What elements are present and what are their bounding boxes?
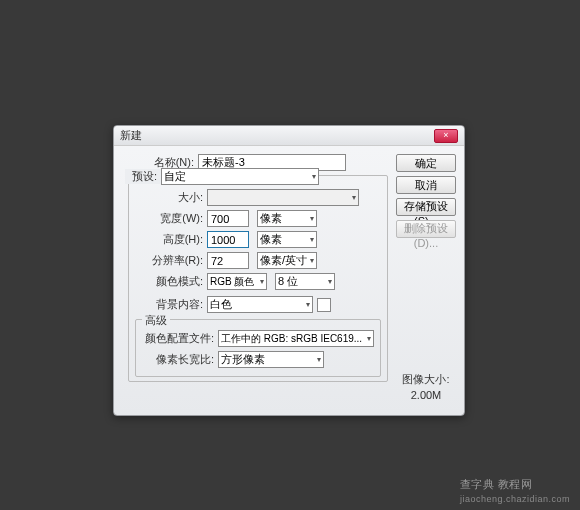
pixel-aspect-label: 像素长宽比: bbox=[142, 352, 218, 367]
size-label: 大小: bbox=[135, 190, 207, 205]
height-label: 高度(H): bbox=[135, 232, 207, 247]
height-input[interactable] bbox=[207, 231, 249, 248]
background-swatch[interactable] bbox=[317, 298, 331, 312]
resolution-input[interactable] bbox=[207, 252, 249, 269]
chevron-down-icon: ▾ bbox=[310, 214, 314, 223]
chevron-down-icon: ▾ bbox=[328, 277, 332, 286]
image-size-info: 图像大小: 2.00M bbox=[396, 372, 456, 403]
advanced-fieldset: 高级 颜色配置文件: 工作中的 RGB: sRGB IEC619...▾ 像素长… bbox=[135, 319, 381, 377]
delete-preset-button: 删除预设(D)... bbox=[396, 220, 456, 238]
titlebar[interactable]: 新建 × bbox=[114, 126, 464, 146]
resolution-unit-select[interactable]: 像素/英寸▾ bbox=[257, 252, 317, 269]
dialog-title: 新建 bbox=[120, 128, 434, 143]
background-label: 背景内容: bbox=[135, 297, 207, 312]
width-input[interactable] bbox=[207, 210, 249, 227]
advanced-legend: 高级 bbox=[142, 313, 170, 328]
size-select: ▾ bbox=[207, 189, 359, 206]
chevron-down-icon: ▾ bbox=[317, 355, 321, 364]
color-profile-label: 颜色配置文件: bbox=[142, 331, 218, 346]
width-label: 宽度(W): bbox=[135, 211, 207, 226]
chevron-down-icon: ▾ bbox=[352, 193, 356, 202]
pixel-aspect-select[interactable]: 方形像素▾ bbox=[218, 351, 324, 368]
background-select[interactable]: 白色▾ bbox=[207, 296, 313, 313]
ok-button[interactable]: 确定 bbox=[396, 154, 456, 172]
chevron-down-icon: ▾ bbox=[310, 256, 314, 265]
chevron-down-icon: ▾ bbox=[367, 334, 371, 343]
watermark: 查字典 教程网 jiaocheng.chazidian.com bbox=[460, 477, 570, 504]
chevron-down-icon: ▾ bbox=[260, 277, 264, 286]
bit-depth-select[interactable]: 8 位▾ bbox=[275, 273, 335, 290]
preset-select[interactable]: 自定▾ bbox=[161, 168, 319, 185]
resolution-label: 分辨率(R): bbox=[135, 253, 207, 268]
color-mode-select[interactable]: RGB 颜色▾ bbox=[207, 273, 267, 290]
chevron-down-icon: ▾ bbox=[306, 300, 310, 309]
image-size-label: 图像大小: bbox=[396, 372, 456, 387]
color-mode-label: 颜色模式: bbox=[135, 274, 207, 289]
new-document-dialog: 新建 × 名称(N): 预设: 自定▾ 大小: ▾ bbox=[113, 125, 465, 416]
preset-label: 预设: bbox=[125, 169, 161, 184]
height-unit-select[interactable]: 像素▾ bbox=[257, 231, 317, 248]
save-preset-button[interactable]: 存储预设(S)... bbox=[396, 198, 456, 216]
main-fieldset: 预设: 自定▾ 大小: ▾ 宽度(W): 像素▾ bbox=[128, 175, 388, 382]
chevron-down-icon: ▾ bbox=[310, 235, 314, 244]
cancel-button[interactable]: 取消 bbox=[396, 176, 456, 194]
color-profile-select[interactable]: 工作中的 RGB: sRGB IEC619...▾ bbox=[218, 330, 374, 347]
chevron-down-icon: ▾ bbox=[312, 172, 316, 181]
width-unit-select[interactable]: 像素▾ bbox=[257, 210, 317, 227]
close-button[interactable]: × bbox=[434, 129, 458, 143]
image-size-value: 2.00M bbox=[396, 389, 456, 401]
